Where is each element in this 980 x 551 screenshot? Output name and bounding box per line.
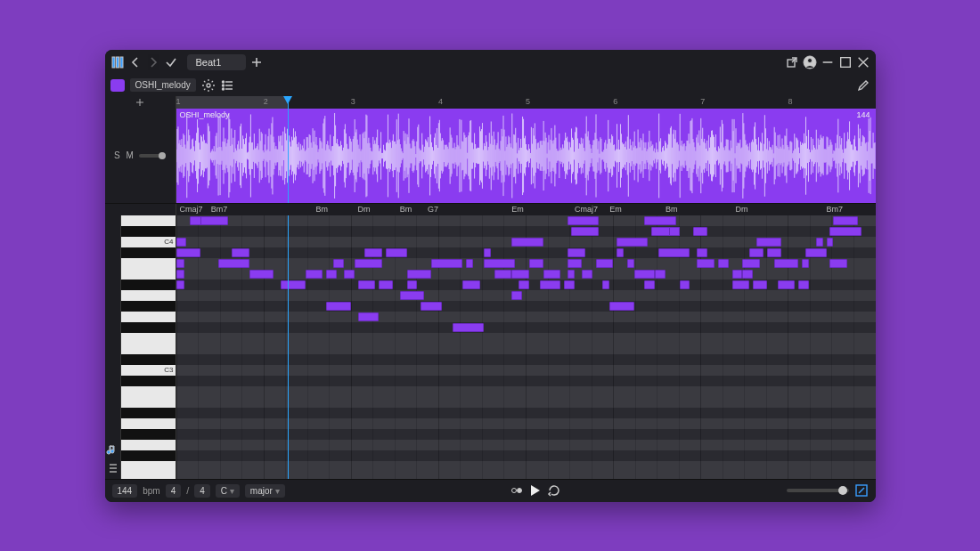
external-icon[interactable] [785,55,799,69]
midi-note[interactable] [658,248,690,257]
midi-note[interactable] [466,259,473,268]
midi-note[interactable] [802,259,809,268]
midi-note[interactable] [176,238,187,247]
midi-note[interactable] [571,227,599,236]
midi-note[interactable] [200,216,228,225]
midi-note[interactable] [453,323,484,332]
time-ruler[interactable]: 123456789 [176,96,876,109]
midi-note[interactable] [421,302,442,311]
midi-note[interactable] [568,248,585,257]
midi-note[interactable] [511,270,529,279]
piano-keys[interactable]: C4C3 [121,215,176,479]
midi-note[interactable] [609,302,633,311]
close-button[interactable] [856,55,870,69]
midi-note[interactable] [644,216,675,225]
midi-note[interactable] [634,270,656,279]
midi-note[interactable] [176,248,200,257]
midi-note[interactable] [798,280,809,289]
chord-label[interactable]: Dm [736,205,748,214]
midi-note[interactable] [407,280,418,289]
track-color-chip[interactable] [110,79,125,92]
midi-note[interactable] [774,259,798,268]
minimize-button[interactable] [821,55,835,69]
chord-label[interactable]: G7 [428,205,438,214]
maximize-button[interactable] [838,55,853,69]
midi-note[interactable] [732,280,750,289]
midi-note[interactable] [718,259,729,268]
midi-note[interactable] [742,270,753,279]
new-tab-icon[interactable] [249,55,264,69]
midi-note[interactable] [519,280,529,289]
midi-note[interactable] [511,238,543,247]
chord-label[interactable]: Em [511,205,524,214]
midi-note[interactable] [816,238,823,247]
midi-note[interactable] [511,291,522,300]
track-name[interactable]: OSHI_melody [130,78,196,92]
midi-note[interactable] [697,248,707,257]
midi-note[interactable] [218,259,249,268]
gear-icon[interactable] [201,78,216,93]
bpm-value[interactable]: 144 [112,484,138,498]
midi-note[interactable] [778,280,796,289]
user-icon[interactable] [803,55,817,69]
chord-label[interactable]: Em [609,205,622,214]
midi-note[interactable] [693,227,707,236]
waveform-clip[interactable]: OSHI_melody 144 [176,109,876,203]
midi-note[interactable] [805,248,827,257]
midi-note[interactable] [568,216,599,225]
midi-note[interactable] [333,259,344,268]
loop-icon[interactable] [547,483,561,498]
pencil-icon[interactable] [856,78,870,93]
midi-note[interactable] [364,248,382,257]
chord-label[interactable]: Bm [316,205,329,214]
midi-note[interactable] [742,259,760,268]
automation-mode-icon[interactable] [105,461,119,475]
chord-label[interactable]: Bm7 [827,205,844,214]
chord-track[interactable]: Cmaj7Bm7BmDmBmG7EmCmaj7EmBmDmBm7 [176,204,876,215]
solo-mute-label[interactable]: S M [114,150,135,160]
chord-label[interactable]: Bm [400,205,412,214]
project-tab[interactable]: Beat1 [187,54,247,70]
midi-note[interactable] [344,270,355,279]
midi-note[interactable] [596,259,614,268]
add-track-button[interactable] [105,96,176,109]
midi-note[interactable] [602,280,609,289]
midi-note[interactable] [829,259,847,268]
time-sig-num[interactable]: 4 [166,484,182,498]
chord-label[interactable]: Dm [358,205,371,214]
midi-note[interactable] [680,280,690,289]
midi-note[interactable] [407,270,431,279]
midi-note[interactable] [249,270,274,279]
midi-note[interactable] [431,259,462,268]
midi-note[interactable] [827,238,834,247]
check-icon[interactable] [164,55,178,69]
note-grid[interactable] [176,215,876,479]
volume-slider[interactable] [139,154,166,158]
midi-note[interactable] [462,280,480,289]
midi-note[interactable] [232,248,249,257]
midi-note[interactable] [753,280,767,289]
midi-note[interactable] [697,259,715,268]
midi-note[interactable] [767,248,781,257]
midi-note[interactable] [568,270,575,279]
back-icon[interactable] [128,55,143,69]
midi-note[interactable] [358,312,380,321]
chord-label[interactable]: Cmaj7 [575,205,598,214]
midi-note[interactable] [756,238,780,247]
midi-note[interactable] [379,280,393,289]
zoom-slider[interactable] [787,489,849,492]
midi-note[interactable] [732,270,743,279]
midi-note[interactable] [543,270,561,279]
midi-note[interactable] [582,270,592,279]
chord-label[interactable]: Cmaj7 [179,205,202,214]
midi-note[interactable] [627,259,634,268]
midi-note[interactable] [540,280,561,289]
midi-note[interactable] [529,259,543,268]
scale-select[interactable]: major ▾ [245,484,285,498]
key-select[interactable]: C ▾ [216,484,240,498]
midi-note[interactable] [829,227,861,236]
midi-note[interactable] [176,270,184,279]
midi-note[interactable] [176,259,184,268]
midi-note[interactable] [484,259,515,268]
midi-note[interactable] [400,291,424,300]
